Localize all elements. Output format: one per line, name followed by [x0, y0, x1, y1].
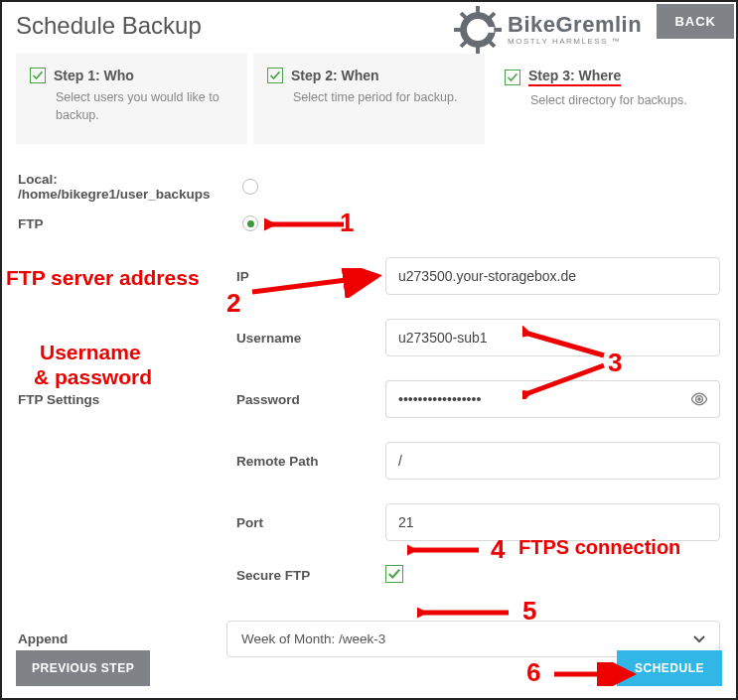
- label-password: Password: [236, 392, 375, 407]
- step-who[interactable]: Step 1: Who Select users you would like …: [16, 54, 247, 144]
- step-when[interactable]: Step 2: When Select time period for back…: [253, 54, 485, 144]
- check-icon: [505, 70, 520, 85]
- label-remote-path: Remote Path: [236, 454, 375, 469]
- step-title-text: Step 3: Where: [528, 68, 621, 86]
- check-icon: [267, 68, 283, 83]
- form-body: Local: /home/bikegre1/user_backups FTP I…: [2, 144, 736, 585]
- label-append: Append: [18, 631, 226, 646]
- svg-rect-3: [454, 28, 462, 32]
- step-desc: Select directory for backups.: [505, 92, 708, 110]
- destination-ftp-row[interactable]: FTP: [18, 215, 720, 231]
- toggle-password-visibility[interactable]: [680, 380, 720, 418]
- svg-rect-9: [478, 27, 494, 33]
- wizard-footer: PREVIOUS STEP SCHEDULE: [16, 650, 722, 686]
- brand-logo: BikeGremlin MOSTLY HARMLESS ™: [454, 6, 642, 54]
- step-title-text: Step 1: Who: [54, 68, 134, 83]
- brand-name: BikeGremlin: [508, 14, 642, 36]
- back-button[interactable]: BACK: [657, 4, 734, 39]
- radio-local[interactable]: [242, 179, 258, 195]
- port-input[interactable]: [385, 503, 720, 541]
- username-input[interactable]: [385, 319, 720, 356]
- destination-local-row[interactable]: Local: /home/bikegre1/user_backups: [18, 172, 720, 202]
- page-title: Schedule Backup: [16, 12, 202, 40]
- password-input[interactable]: [385, 380, 680, 418]
- label-ip: IP: [236, 269, 375, 284]
- schedule-button[interactable]: SCHEDULE: [617, 650, 722, 686]
- svg-rect-1: [476, 6, 480, 14]
- label-secure-ftp: Secure FTP: [236, 568, 375, 583]
- wizard-steps: Step 1: Who Select users you would like …: [16, 54, 722, 144]
- destination-ftp-label: FTP: [18, 216, 242, 231]
- ip-input[interactable]: [385, 257, 720, 295]
- gear-icon: [454, 6, 502, 54]
- svg-rect-4: [494, 28, 502, 32]
- label-username: Username: [236, 331, 375, 346]
- step-desc: Select users you would like to backup.: [30, 89, 233, 124]
- brand-tagline: MOSTLY HARMLESS ™: [508, 38, 642, 46]
- section-ftp-settings: FTP Settings: [18, 392, 226, 407]
- svg-point-10: [698, 397, 701, 400]
- step-desc: Select time period for backup.: [267, 89, 471, 107]
- secure-ftp-checkbox[interactable]: [385, 565, 403, 583]
- radio-ftp[interactable]: [242, 215, 258, 231]
- eye-icon: [689, 389, 709, 409]
- destination-local-label: Local: /home/bikegre1/user_backups: [18, 172, 242, 202]
- append-value: Week of Month: /week-3: [241, 631, 385, 646]
- step-where[interactable]: Step 3: Where Select directory for backu…: [491, 54, 722, 144]
- step-title-text: Step 2: When: [291, 68, 379, 83]
- check-icon: [30, 68, 46, 83]
- chevron-down-icon: [693, 633, 705, 645]
- remote-path-input[interactable]: [385, 442, 720, 480]
- previous-step-button[interactable]: PREVIOUS STEP: [16, 650, 150, 686]
- schedule-backup-page: Schedule Backup BACK BikeGremlin MOSTLY …: [0, 0, 738, 700]
- svg-rect-2: [476, 46, 480, 54]
- label-port: Port: [236, 515, 375, 530]
